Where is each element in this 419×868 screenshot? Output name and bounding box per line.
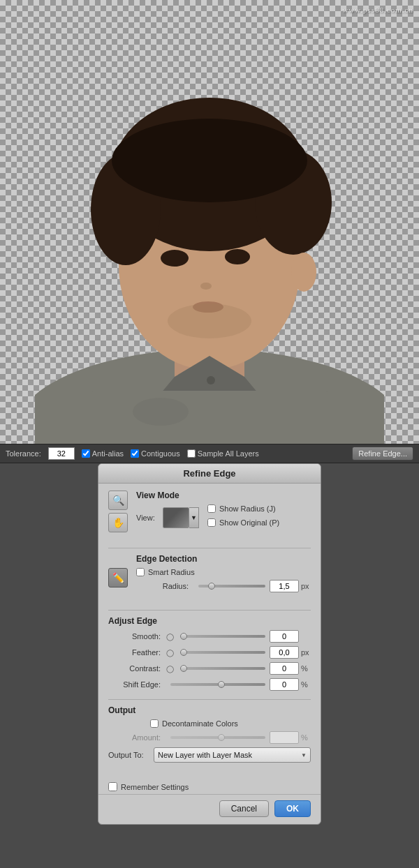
dialog-footer: Cancel OK: [98, 794, 321, 824]
view-mode-title: View Mode: [136, 491, 311, 500]
show-original-label: Show Original (P): [219, 518, 279, 527]
smooth-row: Smooth: ◯: [108, 630, 311, 643]
output-section: Output Decontaminate Colors Amount: % Ou…: [108, 705, 311, 763]
shift-edge-slider-track[interactable]: [170, 683, 265, 686]
svg-rect-13: [91, 391, 328, 444]
smooth-slider-thumb[interactable]: [180, 633, 187, 640]
refine-edge-button[interactable]: Refine Edge...: [352, 447, 413, 461]
smooth-label: Smooth:: [108, 632, 161, 641]
dialog-tools: 🔍 ✋: [108, 491, 131, 532]
brush-icon: ✏️: [112, 572, 124, 583]
contrast-row: Contrast: ◯ %: [108, 662, 311, 675]
hand-tool-button[interactable]: ✋: [108, 513, 128, 532]
smooth-slider-container: ◯: [166, 633, 270, 641]
view-thumb-img: [163, 508, 189, 527]
show-options: Show Radius (J) Show Original (P): [207, 504, 279, 530]
refine-edge-dialog: Refine Edge 🔍 ✋ View Mode View: [98, 463, 321, 825]
view-thumbnail[interactable]: [163, 507, 189, 528]
dialog-title: Refine Edge: [183, 468, 235, 479]
divider-2: [108, 610, 311, 611]
contrast-unit: %: [301, 664, 311, 673]
show-radius-checkbox[interactable]: [207, 504, 216, 513]
tolerance-input[interactable]: [48, 447, 75, 460]
contrast-slider-track[interactable]: [180, 667, 265, 670]
smooth-slider-track[interactable]: [180, 635, 265, 638]
adjust-edge-title: Adjust Edge: [108, 616, 311, 626]
svg-point-6: [112, 119, 307, 202]
brush-tool-button[interactable]: ✏️: [108, 568, 128, 588]
svg-point-9: [200, 283, 212, 290]
radius-slider-track[interactable]: [198, 585, 265, 588]
view-dropdown-arrow[interactable]: ▼: [189, 507, 199, 528]
show-original-checkbox[interactable]: [207, 518, 216, 527]
radius-input[interactable]: [270, 580, 299, 592]
output-to-label: Output To:: [108, 751, 154, 759]
divider-3: [108, 699, 311, 700]
edge-detection-section: Edge Detection Smart Radius Radius: px: [136, 554, 311, 596]
select-arrow-icon: ▼: [301, 752, 307, 758]
dialog-body: 🔍 ✋ View Mode View: ▼: [98, 484, 321, 778]
dialog-titlebar: Refine Edge: [98, 464, 321, 484]
output-to-value: New Layer with Layer Mask: [158, 751, 252, 759]
smooth-input[interactable]: [270, 630, 299, 643]
feather-input[interactable]: [270, 646, 299, 659]
amount-row: Amount: %: [108, 731, 311, 744]
feather-unit: px: [301, 648, 311, 657]
decontaminate-label: Decontaminate Colors: [162, 719, 238, 728]
feather-slider-track[interactable]: [180, 651, 265, 654]
smart-radius-row: Smart Radius: [136, 568, 311, 576]
shift-edge-unit: %: [301, 680, 311, 689]
anti-alias-checkbox[interactable]: [82, 449, 90, 458]
feather-icon: ◯: [166, 649, 174, 657]
show-radius-label: Show Radius (J): [219, 504, 276, 513]
shift-edge-slider-thumb[interactable]: [218, 681, 225, 688]
divider-1: [108, 548, 311, 548]
canvas-area: www.pss88.com.cn: [0, 0, 419, 444]
amount-unit: %: [301, 733, 311, 742]
adjust-edge-section: Adjust Edge Smooth: ◯ Feather:: [108, 616, 311, 691]
feather-slider-container: ◯: [166, 649, 270, 657]
shift-edge-label: Shift Edge:: [108, 680, 161, 689]
contrast-label: Contrast:: [108, 664, 161, 673]
cancel-button[interactable]: Cancel: [219, 800, 269, 817]
svg-point-11: [291, 253, 316, 292]
output-to-row: Output To: New Layer with Layer Mask ▼: [108, 747, 311, 763]
zoom-tool-button[interactable]: 🔍: [108, 491, 128, 510]
anti-alias-group: Anti-alias: [82, 449, 124, 458]
shift-edge-input[interactable]: [270, 678, 299, 691]
show-original-row: Show Original (P): [207, 518, 279, 527]
output-to-select[interactable]: New Layer with Layer Mask ▼: [154, 747, 311, 763]
brush-tool-area: ✏️: [108, 554, 131, 604]
sample-all-layers-checkbox[interactable]: [187, 449, 196, 458]
decontaminate-row: Decontaminate Colors: [150, 719, 311, 728]
decontaminate-checkbox[interactable]: [150, 719, 159, 728]
edge-detection-title: Edge Detection: [136, 554, 311, 564]
output-title: Output: [108, 705, 311, 715]
radius-row: Radius: px: [136, 580, 311, 592]
shift-edge-row: Shift Edge: %: [108, 678, 311, 691]
edge-detection-wrapper: ✏️ Edge Detection Smart Radius Radius:: [108, 554, 311, 604]
remember-settings-label: Remember Settings: [121, 783, 189, 791]
contrast-input[interactable]: [270, 662, 299, 675]
svg-point-14: [133, 398, 189, 426]
amount-slider-thumb: [218, 734, 225, 741]
tolerance-label: Tolerance:: [6, 449, 41, 458]
feather-label: Feather:: [108, 648, 161, 657]
svg-point-8: [225, 249, 250, 264]
contiguous-checkbox[interactable]: [131, 449, 139, 458]
ok-button[interactable]: OK: [274, 800, 311, 817]
show-radius-row: Show Radius (J): [207, 504, 279, 513]
remember-settings-checkbox[interactable]: [108, 782, 117, 791]
feather-slider-thumb[interactable]: [180, 649, 187, 656]
radius-unit: px: [301, 582, 311, 590]
radius-slider-thumb[interactable]: [208, 583, 215, 590]
person-image: [35, 0, 384, 444]
smart-radius-label: Smart Radius: [148, 568, 195, 576]
remember-settings-row: Remember Settings: [98, 778, 321, 794]
contrast-slider-thumb[interactable]: [180, 665, 187, 672]
view-label: View:: [136, 514, 157, 522]
feather-row: Feather: ◯ px: [108, 646, 311, 659]
top-section: 🔍 ✋ View Mode View: ▼: [108, 491, 311, 542]
smart-radius-checkbox[interactable]: [136, 568, 145, 576]
contiguous-group: Contiguous: [131, 449, 180, 458]
